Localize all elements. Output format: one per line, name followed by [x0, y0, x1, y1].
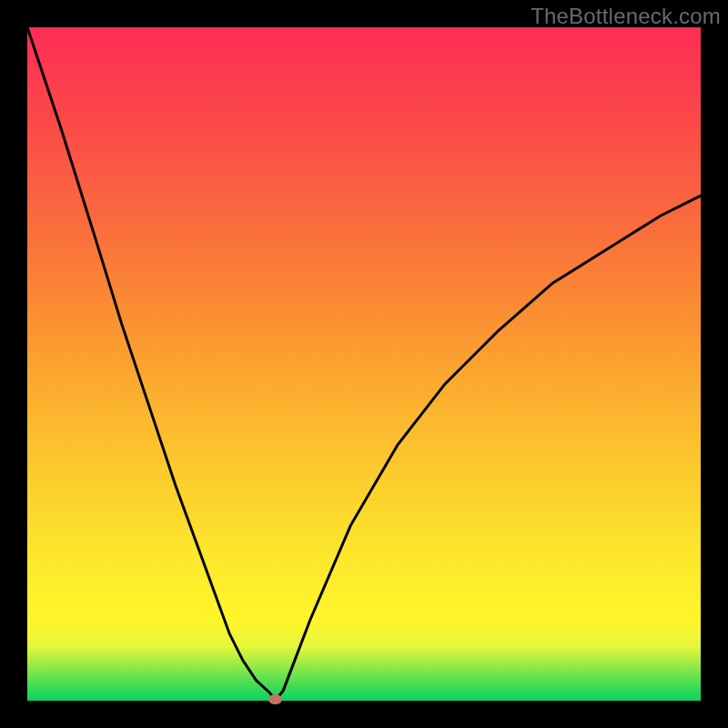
chart-frame: TheBottleneck.com — [0, 0, 728, 728]
bottleneck-curve — [27, 27, 701, 701]
plot-area — [27, 27, 701, 701]
curve-layer — [27, 27, 701, 701]
watermark-text: TheBottleneck.com — [531, 4, 721, 29]
minimum-point-marker — [268, 694, 282, 704]
